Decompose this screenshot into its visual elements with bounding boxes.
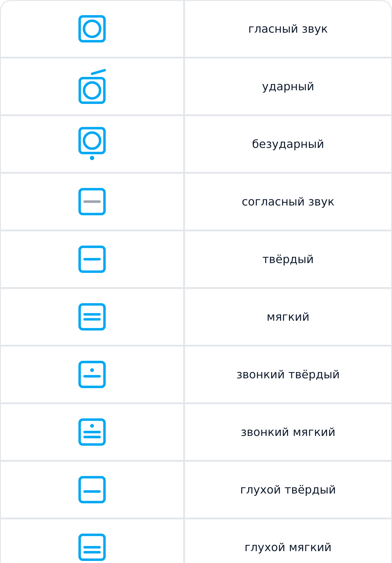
svg-point-19 bbox=[90, 424, 94, 428]
hard-icon bbox=[1, 231, 183, 287]
svg-point-16 bbox=[90, 368, 94, 372]
legend-label: твёрдый bbox=[185, 231, 391, 287]
legend-label: звонкий мягкий bbox=[185, 404, 391, 460]
legend-label: гласный звук bbox=[185, 1, 391, 57]
legend-label: глухой мягкий bbox=[185, 519, 391, 563]
vowel-stressed-icon bbox=[1, 58, 183, 114]
legend-label: глухой твёрдый bbox=[185, 462, 391, 518]
svg-rect-15 bbox=[80, 362, 105, 387]
voiceless-hard-icon bbox=[1, 462, 183, 518]
table-row: безударный bbox=[1, 116, 391, 172]
table-row: согласный звук bbox=[1, 174, 391, 230]
svg-point-7 bbox=[90, 156, 94, 160]
legend-label: ударный bbox=[185, 58, 391, 114]
voiceless-soft-icon bbox=[1, 519, 183, 563]
table-row: звонкий твёрдый bbox=[1, 347, 391, 402]
table-row: гласный звук bbox=[1, 1, 391, 57]
phonetic-legend-table: гласный звук ударный безударныйсогласный… bbox=[0, 0, 392, 563]
table-row: мягкий bbox=[1, 289, 391, 345]
soft-icon bbox=[1, 289, 183, 345]
table-row: твёрдый bbox=[1, 231, 391, 287]
svg-point-1 bbox=[84, 21, 100, 37]
svg-rect-22 bbox=[80, 477, 105, 502]
vowel-icon bbox=[1, 1, 183, 57]
voiced-soft-icon bbox=[1, 404, 183, 460]
svg-line-2 bbox=[92, 70, 105, 74]
svg-rect-12 bbox=[80, 304, 105, 329]
svg-point-4 bbox=[84, 83, 100, 99]
consonant-icon bbox=[1, 174, 183, 230]
table-row: ударный bbox=[1, 58, 391, 114]
table-row: глухой твёрдый bbox=[1, 462, 391, 518]
legend-label: согласный звук bbox=[185, 174, 391, 230]
legend-label: звонкий твёрдый bbox=[185, 347, 391, 402]
legend-label: мягкий bbox=[185, 289, 391, 345]
svg-point-6 bbox=[84, 132, 100, 148]
legend-label: безударный bbox=[185, 116, 391, 172]
table-row: звонкий мягкий bbox=[1, 404, 391, 460]
table-row: глухой мягкий bbox=[1, 519, 391, 563]
voiced-hard-icon bbox=[1, 347, 183, 402]
vowel-unstressed-icon bbox=[1, 116, 183, 172]
